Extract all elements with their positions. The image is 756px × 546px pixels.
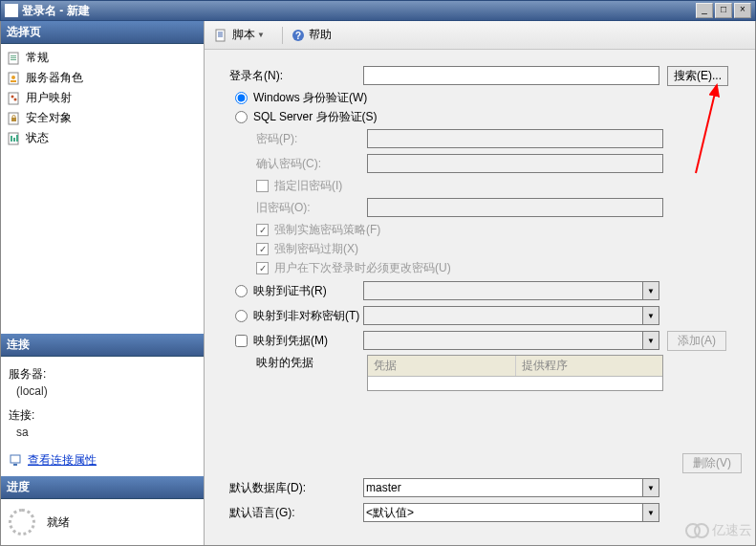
dropdown-button[interactable]: ▼ [642,503,659,522]
dropdown-icon: ▼ [257,31,265,39]
page-icon [7,71,22,86]
default-db-label: 默认数据库(D): [229,480,363,496]
toolbar-separator [282,27,283,44]
enforce-policy-label: 强制实施密码策略(F) [274,222,380,238]
map-asym-radio[interactable] [235,310,248,322]
must-change-row: 用户在下次登录时必须更改密码(U) [229,260,745,276]
window-title: 登录名 - 新建 [22,3,694,19]
progress-status: 就绪 [47,514,70,531]
connection-value: sa [9,426,196,445]
sidebar-item-status[interactable]: 状态 [3,128,202,148]
dropdown-button[interactable]: ▼ [642,306,659,325]
default-db-combo[interactable] [363,478,642,497]
sidebar-item-server-roles[interactable]: 服务器角色 [3,68,202,88]
map-cert-label: 映射到证书(R) [253,283,327,299]
svg-rect-16 [11,455,20,463]
sidebar-item-label: 安全对象 [26,110,72,126]
auth-windows-label: Windows 身份验证(W) [253,90,367,106]
svg-rect-3 [11,59,16,60]
dropdown-button[interactable]: ▼ [642,331,659,350]
mapped-creds-label: 映射的凭据 [229,355,367,371]
connection-header: 连接 [1,334,204,357]
map-cert-radio[interactable] [235,285,248,297]
progress-header: 进度 [1,476,204,499]
auth-windows-radio-row[interactable]: Windows 身份验证(W) [229,90,745,106]
search-button[interactable]: 搜索(E)... [667,66,728,86]
close-button[interactable]: × [734,3,751,18]
help-button[interactable]: ? 帮助 [287,25,335,45]
sidebar-item-label: 常规 [26,50,49,66]
title-bar: 登录名 - 新建 _ □ × [0,0,756,21]
svg-point-23 [695,524,708,537]
default-lang-label: 默认语言(G): [229,505,363,521]
specify-old-password-row: 指定旧密码(I) [229,178,745,194]
sidebar-item-general[interactable]: 常规 [3,48,202,68]
progress-section: 就绪 [1,499,204,545]
sidebar-item-securables[interactable]: 安全对象 [3,108,202,128]
dropdown-button[interactable]: ▼ [642,281,659,300]
auth-sql-radio[interactable] [235,111,248,123]
page-icon [7,131,22,146]
toolbar: 脚本 ▼ ? 帮助 [205,21,755,50]
page-icon [7,91,22,106]
svg-rect-11 [11,118,16,121]
connection-icon [9,452,24,468]
map-cred-checkbox[interactable] [235,335,248,347]
sidebar-item-user-mapping[interactable]: 用户映射 [3,88,202,108]
grid-col-provider: 提供程序 [516,356,663,376]
auth-sql-radio-row[interactable]: SQL Server 身份验证(S) [229,109,745,125]
must-change-label: 用户在下次登录时必须更改密码(U) [274,260,451,276]
password-input [367,129,663,148]
map-cred-combo [363,331,642,350]
script-icon [214,28,229,43]
map-asym-label: 映射到非对称密钥(T) [253,308,359,324]
svg-rect-7 [9,93,18,104]
minimize-button[interactable]: _ [696,3,713,18]
app-icon [5,4,18,17]
enforce-policy-checkbox [256,224,269,236]
enforce-policy-row: 强制实施密码策略(F) [229,222,745,238]
svg-rect-2 [11,57,16,58]
must-change-checkbox [256,262,269,274]
svg-rect-17 [13,464,17,466]
default-lang-combo[interactable] [363,503,642,522]
page-icon [7,51,22,66]
view-connection-properties-link[interactable]: 查看连接属性 [9,452,97,469]
connection-label: 连接: [9,404,196,426]
specify-old-checkbox [256,180,269,192]
login-name-input[interactable] [363,66,659,85]
enforce-expiry-row: 强制密码过期(X) [229,241,745,257]
right-panel: 脚本 ▼ ? 帮助 登录名(N): 搜索(E)... Windows 身份验证(… [205,21,755,545]
svg-rect-6 [11,80,16,82]
enforce-expiry-label: 强制密码过期(X) [274,241,358,257]
server-value: (local) [9,384,196,404]
svg-rect-1 [11,55,16,56]
server-label: 服务器: [9,362,196,384]
svg-rect-15 [16,135,18,142]
old-password-label: 旧密码(O): [229,200,367,216]
specify-old-label: 指定旧密码(I) [274,178,342,194]
left-panel: 选择页 常规 服务器角色 用户映射 安全对象 状态 [1,21,205,545]
credentials-grid[interactable]: 凭据 提供程序 [367,355,663,391]
grid-header: 凭据 提供程序 [368,356,662,377]
dropdown-button[interactable]: ▼ [642,478,659,497]
add-button: 添加(A) [667,331,726,351]
page-icon [7,111,22,126]
login-name-label: 登录名(N): [229,68,363,84]
svg-rect-13 [11,136,12,142]
help-icon: ? [291,28,306,43]
sidebar-item-label: 用户映射 [26,90,72,106]
password-label: 密码(P): [229,131,367,147]
grid-col-credential: 凭据 [368,356,516,376]
script-button[interactable]: 脚本 ▼ [210,25,269,45]
sidebar-item-label: 状态 [26,130,49,146]
enforce-expiry-checkbox [256,243,269,255]
svg-rect-18 [216,30,225,41]
svg-point-8 [11,95,14,98]
confirm-password-input [367,154,663,173]
maximize-button[interactable]: □ [715,3,732,18]
confirm-password-label: 确认密码(C): [229,156,367,172]
auth-windows-radio[interactable] [235,92,248,104]
select-page-header: 选择页 [1,21,204,44]
connection-section: 服务器: (local) 连接: sa 查看连接属性 [1,357,204,477]
